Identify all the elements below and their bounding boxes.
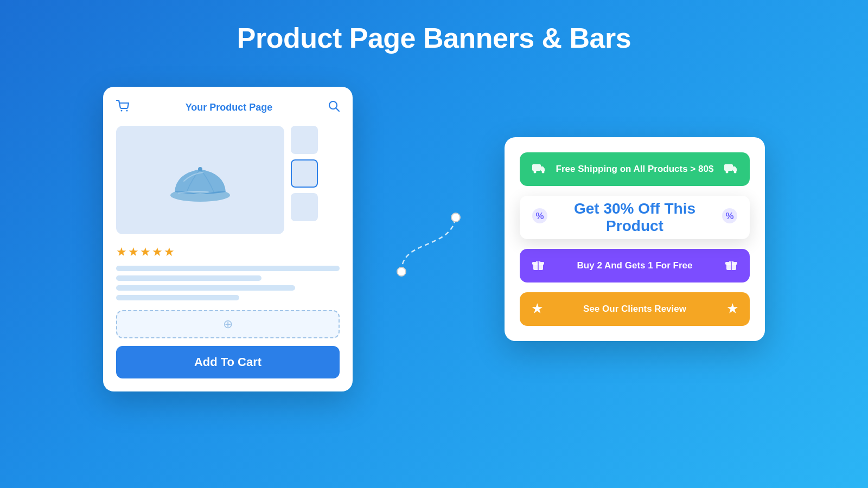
cart-icon <box>116 100 130 115</box>
svg-point-6 <box>451 213 460 222</box>
green-banner-text: Free Shipping on All Products > 80$ <box>546 164 724 175</box>
mock-thumbnails <box>291 126 318 234</box>
text-line-3 <box>116 285 295 291</box>
text-line-2 <box>116 275 261 281</box>
green-banner[interactable]: Free Shipping on All Products > 80$ <box>520 152 750 186</box>
add-to-cart-label: Add To Cart <box>194 355 261 369</box>
mock-text-lines <box>116 266 340 300</box>
svg-text:%: % <box>725 211 733 221</box>
svg-point-9 <box>542 170 545 173</box>
discount-banner-text: Get 30% Off This Product <box>548 200 722 235</box>
thumbnail-1 <box>291 126 318 154</box>
svg-text:%: % <box>535 211 544 221</box>
svg-rect-10 <box>724 164 733 171</box>
svg-point-12 <box>734 170 737 173</box>
discount-left-icon: % <box>532 208 548 228</box>
mock-header: Your Product Page <box>116 100 340 115</box>
search-icon <box>328 100 340 115</box>
text-line-1 <box>116 266 340 271</box>
mock-header-title: Your Product Page <box>186 102 273 113</box>
thumbnail-2 <box>291 159 318 188</box>
svg-point-8 <box>534 170 537 173</box>
discount-banner[interactable]: % Get 30% Off This Product % <box>520 196 750 239</box>
gift-right-icon <box>725 258 738 274</box>
gift-left-icon <box>532 258 545 274</box>
connector-svg <box>396 174 461 304</box>
product-image <box>116 126 284 234</box>
svg-point-5 <box>397 267 406 276</box>
page-title: Product Page Banners & Bars <box>237 22 631 54</box>
product-stars: ★★★★★ <box>116 245 340 259</box>
discount-right-icon: % <box>722 208 738 228</box>
purple-banner[interactable]: Buy 2 And Gets 1 For Free <box>520 249 750 282</box>
main-content: Your Product Page <box>43 87 825 391</box>
svg-rect-7 <box>532 164 541 171</box>
orange-banner[interactable]: ★ See Our Clients Review ★ <box>520 292 750 326</box>
text-line-4 <box>116 295 239 300</box>
product-page-mock: Your Product Page <box>103 87 353 391</box>
svg-point-11 <box>726 170 729 173</box>
purple-banner-text: Buy 2 And Gets 1 For Free <box>545 260 725 271</box>
add-to-cart-button[interactable]: Add To Cart <box>116 346 340 378</box>
truck-right-icon <box>724 163 738 176</box>
svg-point-0 <box>121 110 123 112</box>
banners-panel: Free Shipping on All Products > 80$ % Ge… <box>505 137 765 341</box>
thumbnail-3 <box>291 193 318 221</box>
plus-icon: ⊕ <box>223 317 233 331</box>
svg-point-1 <box>126 110 128 112</box>
star-left-icon: ★ <box>532 302 542 316</box>
mock-product-area <box>116 126 340 234</box>
orange-banner-text: See Our Clients Review <box>542 304 727 314</box>
connector <box>396 174 461 304</box>
add-banner-placeholder[interactable]: ⊕ <box>116 310 340 338</box>
truck-left-icon <box>532 163 546 176</box>
star-right-icon: ★ <box>727 302 738 316</box>
